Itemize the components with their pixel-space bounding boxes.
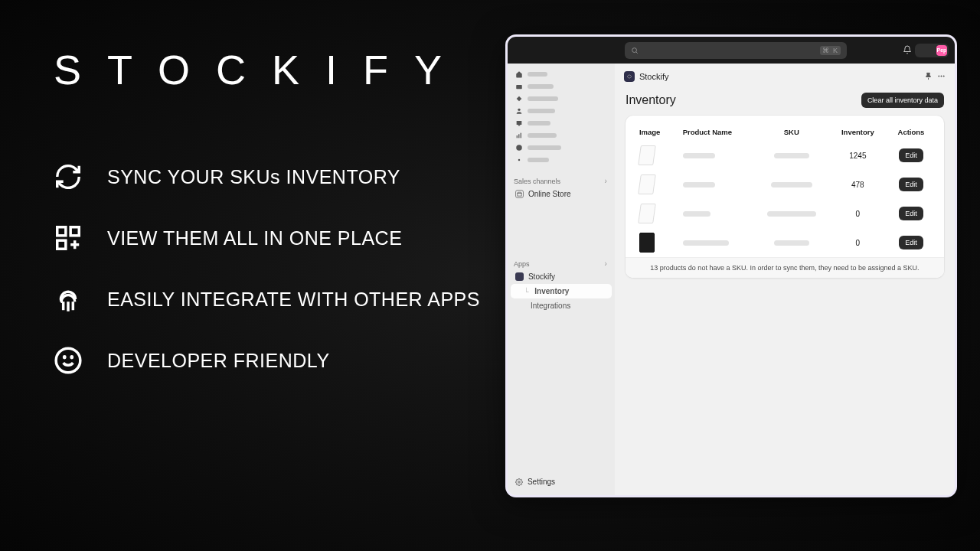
apps-header: Apps › (511, 255, 612, 269)
sidebar-item-settings[interactable]: Settings (511, 473, 612, 491)
inventory-value: 478 (830, 170, 886, 199)
store-icon (515, 190, 524, 198)
svg-point-14 (518, 109, 520, 111)
svg-rect-0 (57, 227, 66, 236)
svg-rect-13 (516, 85, 522, 89)
svg-point-22 (518, 159, 521, 161)
svg-point-11 (632, 47, 637, 52)
nav-item-orders[interactable] (511, 80, 612, 93)
sync-icon (54, 162, 83, 191)
sku-placeholder (774, 153, 809, 158)
svg-point-21 (518, 146, 520, 148)
nav-item-home[interactable] (511, 68, 612, 80)
col-actions: Actions (886, 123, 944, 141)
product-name-placeholder (683, 182, 715, 187)
sku-warning-notice: 13 products do not have a SKU. In order … (626, 257, 944, 278)
notifications-icon[interactable] (903, 44, 912, 57)
sku-placeholder (767, 211, 816, 217)
svg-point-25 (938, 76, 939, 77)
svg-point-27 (943, 76, 944, 77)
keyboard-shortcut: ⌘ K (820, 46, 841, 55)
nav-item-products[interactable] (511, 93, 612, 105)
feature-text: DEVELOPER FRIENDLY (107, 350, 330, 372)
app-logo-icon (624, 71, 635, 82)
sales-channels-header: Sales channels › (511, 172, 612, 187)
feature-text: VIEW THEM ALL IN ONE PLACE (107, 227, 402, 249)
nav-item-customers[interactable] (511, 105, 612, 117)
col-sku: SKU (753, 123, 830, 141)
svg-rect-16 (518, 125, 521, 126)
nav-item-discounts[interactable] (511, 154, 612, 166)
edit-button[interactable]: Edit (899, 207, 923, 220)
svg-point-26 (941, 76, 942, 77)
sidebar-item-stockify[interactable]: Stockify (511, 269, 612, 284)
svg-rect-18 (518, 134, 519, 138)
sidebar-item-integrations[interactable]: Integrations (511, 298, 612, 313)
feature-text: EASILY INTEGRATE WITH OTHER APPS (107, 289, 480, 311)
product-thumbnail (639, 233, 655, 253)
edit-button[interactable]: Edit (899, 236, 923, 249)
pin-icon[interactable] (924, 70, 933, 83)
svg-rect-23 (518, 194, 521, 197)
table-row: 1245 Edit (626, 141, 944, 170)
col-image: Image (626, 123, 677, 141)
nav-item-analytics[interactable] (511, 129, 612, 142)
col-inventory: Inventory (830, 123, 886, 141)
inventory-value: 0 (830, 199, 886, 228)
svg-rect-15 (517, 121, 522, 125)
gear-icon (515, 478, 523, 486)
product-name-placeholder (683, 240, 729, 246)
app-name-label: Stockify (528, 272, 555, 281)
cloud-icon (54, 285, 83, 314)
svg-rect-2 (57, 240, 66, 249)
product-thumbnail (638, 145, 656, 165)
sidebar-item-online-store[interactable]: Online Store (511, 187, 612, 201)
inventory-value: 1245 (830, 141, 886, 170)
inventory-table: Image Product Name SKU Inventory Actions (626, 123, 944, 257)
online-store-label: Online Store (528, 190, 571, 198)
product-thumbnail (638, 204, 656, 223)
nav-item-content[interactable] (511, 117, 612, 129)
search-input[interactable]: ⌘ K (625, 42, 847, 59)
edit-button[interactable]: Edit (899, 148, 923, 162)
col-product-name: Product Name (677, 123, 753, 141)
inventory-value: 0 (830, 228, 886, 257)
svg-point-24 (518, 481, 521, 483)
table-row: 0 Edit (626, 228, 944, 257)
search-icon (631, 44, 639, 57)
svg-point-8 (56, 348, 80, 373)
svg-rect-19 (521, 133, 521, 139)
table-row: 478 Edit (626, 170, 944, 199)
product-name-placeholder (683, 153, 715, 158)
product-name-placeholder (683, 211, 710, 217)
smile-icon (54, 346, 83, 375)
svg-rect-17 (517, 135, 518, 138)
grid-icon (54, 223, 83, 253)
titlebar: ⌘ K Pep (508, 37, 955, 64)
product-thumbnail (638, 174, 656, 194)
main-content: Stockify Inventory Clear all inventory d… (615, 64, 955, 495)
table-row: 0 Edit (626, 199, 944, 228)
edit-button[interactable]: Edit (899, 178, 923, 191)
clear-inventory-button[interactable]: Clear all inventory data (861, 93, 944, 108)
feature-smile: DEVELOPER FRIENDLY (54, 346, 480, 375)
brand-title: STOCKIFY (54, 46, 480, 93)
sidebar-item-inventory[interactable]: └ Inventory (511, 284, 612, 298)
page-app-title: Stockify (639, 72, 669, 81)
feature-text: SYNC YOUR SKUs INVENTORY (107, 166, 400, 188)
svg-rect-1 (70, 227, 79, 236)
feature-sync: SYNC YOUR SKUs INVENTORY (54, 162, 480, 191)
account-chip[interactable]: Pep (915, 44, 949, 57)
page-heading: Inventory (626, 93, 676, 107)
sidebar: Sales channels › Online Store Apps › (508, 64, 615, 495)
more-icon[interactable] (937, 70, 946, 83)
settings-label: Settings (528, 478, 555, 486)
feature-grid: VIEW THEM ALL IN ONE PLACE (54, 223, 480, 253)
inventory-label: Inventory (534, 287, 569, 295)
avatar: Pep (936, 45, 947, 56)
chevron-right-icon[interactable]: › (605, 177, 607, 185)
nav-item-marketing[interactable] (511, 142, 612, 154)
svg-line-12 (636, 51, 638, 53)
inventory-table-card: Image Product Name SKU Inventory Actions (626, 116, 944, 278)
chevron-right-icon[interactable]: › (605, 259, 607, 268)
